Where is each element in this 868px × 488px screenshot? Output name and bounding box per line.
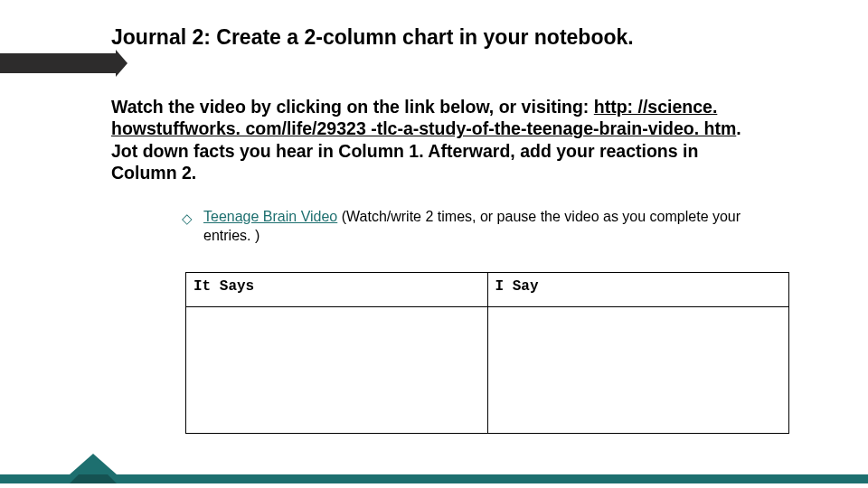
cell-it-says [186, 307, 488, 434]
cell-i-say [487, 307, 789, 434]
two-column-chart: It Says I Say [185, 272, 789, 434]
footer-accent-bar [0, 474, 868, 483]
instructions-lead: Watch the video by clicking on the link … [111, 97, 594, 117]
table-header-row: It Says I Say [186, 273, 789, 307]
title-decoration [0, 50, 145, 77]
title-chevron-icon [116, 50, 127, 77]
table-row [186, 307, 789, 434]
page-title: Journal 2: Create a 2-column chart in yo… [111, 25, 634, 50]
diamond-bullet-icon: ◇ [182, 210, 193, 228]
bullet-item: ◇ Teenage Brain Video (Watch/write 2 tim… [203, 208, 764, 246]
instructions-paragraph: Watch the video by clicking on the link … [111, 96, 764, 184]
column-header-it-says: It Says [186, 273, 488, 307]
column-header-i-say: I Say [487, 273, 789, 307]
title-bar [0, 53, 118, 73]
footer-triangle-icon [70, 454, 117, 474]
video-link[interactable]: Teenage Brain Video [203, 209, 337, 224]
